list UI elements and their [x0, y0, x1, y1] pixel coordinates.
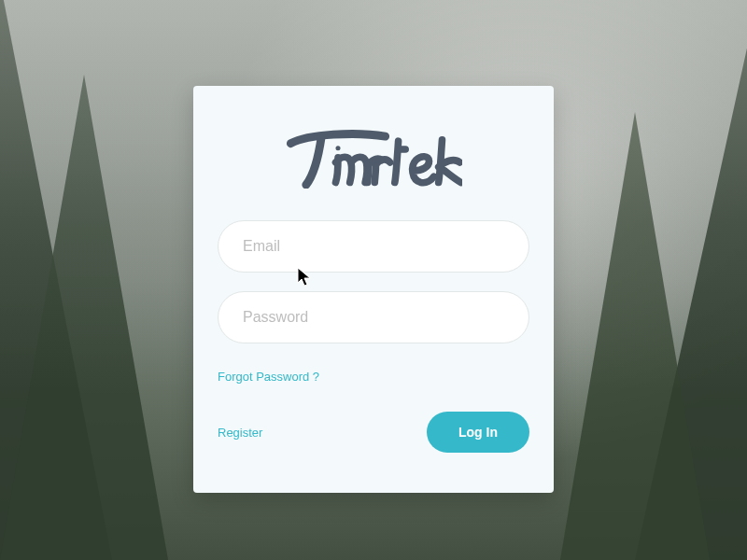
login-card: Timurtek Forgot Password ? Register Log …	[193, 86, 554, 493]
background: Timurtek Forgot Password ? Register Log …	[0, 0, 747, 560]
login-button[interactable]: Log In	[427, 412, 529, 453]
password-field[interactable]	[218, 291, 529, 343]
brand-logo: Timurtek	[285, 123, 462, 189]
svg-point-0	[335, 146, 340, 150]
card-footer: Register Log In	[218, 412, 529, 453]
email-field[interactable]	[218, 220, 529, 273]
register-link[interactable]: Register	[218, 426, 262, 440]
forgot-password-link[interactable]: Forgot Password ?	[218, 370, 529, 384]
